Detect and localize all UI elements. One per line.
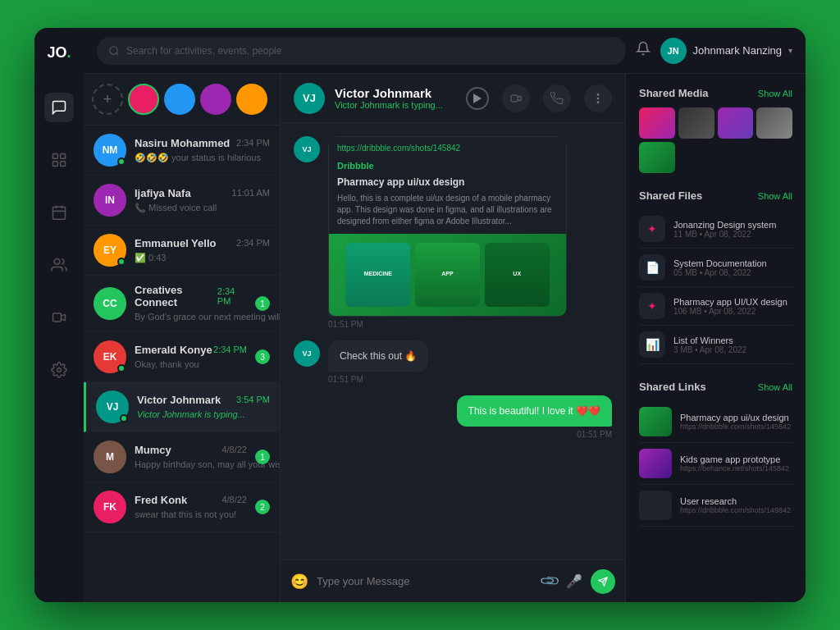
shared-links-show-all[interactable]: Show All (758, 382, 792, 392)
main-content: Search for activities, events, people JN… (84, 28, 806, 602)
chat-info-victor: Victor Johnmark 3:54 PM Victor Johnmark … (137, 394, 270, 421)
user-name-label: Johnmark Nanzing (693, 44, 782, 57)
svg-rect-0 (53, 154, 58, 159)
chat-info-fred: Fred Konk 4/8/22 swear that this is not … (135, 494, 247, 521)
shared-files-show-all[interactable]: Show All (758, 191, 792, 201)
notifications-button[interactable] (636, 41, 651, 60)
message-input[interactable] (317, 575, 533, 587)
shared-media-section: Shared Media Show All (639, 87, 792, 173)
media-thumb-1[interactable] (639, 107, 675, 139)
link-item-0[interactable]: Pharmacy app ui/ux design https://dribbb… (639, 401, 792, 443)
user-profile-button[interactable]: JN Johnmark Nanzing ▾ (660, 38, 792, 64)
file-info: Jonanzing Design system 11 MB • Apr 08, … (673, 220, 792, 239)
shared-files-title: Shared Files (639, 189, 702, 202)
play-button[interactable] (466, 87, 489, 110)
recent-avatar-3[interactable] (200, 84, 231, 115)
more-options-button[interactable] (584, 84, 612, 112)
file-info-3: List of Winners 3 MB • Apr 08, 2022 (673, 336, 792, 354)
file-item-2[interactable]: ✦ Pharmacy app UI/UX design 106 MB • Apr… (639, 287, 792, 326)
chat-preview: Victor Johnmark is typing... (137, 409, 245, 419)
message-2: VJ Check this out 🔥 01:51 PM (294, 340, 612, 384)
sidebar-item-video[interactable] (44, 303, 74, 332)
svg-rect-1 (61, 154, 66, 159)
sidebar-item-calendar[interactable] (44, 198, 74, 227)
search-icon (108, 45, 120, 57)
unread-badge: 1 (255, 296, 270, 311)
chat-item-ijafiya[interactable]: IN Ijafiya Nafa 11:01 AM 📞 Missed voice … (84, 176, 280, 226)
message-bubble-2: Check this out 🔥 (328, 340, 428, 372)
recent-avatar-4[interactable] (236, 84, 267, 115)
sidebar-item-layout[interactable] (44, 145, 74, 175)
file-item-1[interactable]: 📄 System Documentation 05 MB • Apr 08, 2… (639, 249, 792, 287)
voice-call-button[interactable] (543, 84, 571, 112)
chat-item-mumcy[interactable]: M Mumcy 4/8/22 Happy birthday son, may a… (84, 432, 280, 482)
sidebar-item-chat[interactable] (44, 93, 74, 122)
link-item-1[interactable]: Kids game app prototype https://behance.… (639, 443, 792, 485)
top-header: Search for activities, events, people JN… (84, 28, 806, 74)
chat-name: Emmanuel Yello (135, 237, 216, 249)
link-thumb-0 (639, 407, 672, 436)
chat-item-emerald[interactable]: EK Emerald Konye 2:34 PM Okay, thank you… (84, 332, 280, 382)
svg-rect-2 (53, 162, 58, 167)
unread-badge: 1 (255, 450, 270, 464)
message-input-bar: 😊 📎 🎤 (281, 559, 625, 602)
chat-info-creatives: Creatives Connect 2:34 PM By God's grace… (135, 284, 247, 323)
attach-button[interactable]: 📎 (538, 570, 561, 593)
svg-rect-9 (53, 313, 62, 322)
chat-info-mumcy: Mumcy 4/8/22 Happy birthday son, may all… (135, 444, 247, 471)
shared-files-header: Shared Files Show All (639, 189, 792, 202)
shared-media-show-all[interactable]: Show All (758, 89, 792, 98)
shared-links-section: Shared Links Show All Pharmacy app ui/ux… (639, 381, 792, 527)
shared-links-title: Shared Links (639, 381, 706, 393)
svg-point-14 (597, 94, 599, 95)
recent-avatar-2[interactable] (164, 84, 195, 115)
file-item-0[interactable]: ✦ Jonanzing Design system 11 MB • Apr 08… (639, 210, 792, 249)
media-thumb-5[interactable] (639, 142, 675, 173)
search-bar[interactable]: Search for activities, events, people (97, 37, 626, 65)
contact-status: Victor Johnmark is typing... (335, 100, 456, 110)
file-meta: 11 MB • Apr 08, 2022 (673, 230, 792, 239)
chat-item-creatives[interactable]: CC Creatives Connect 2:34 PM By God's gr… (84, 276, 280, 332)
svg-point-16 (597, 101, 599, 103)
sidebar-item-settings[interactable] (44, 355, 74, 385)
file-name-1: System Documentation (673, 258, 792, 268)
file-icon-figma: ✦ (639, 216, 665, 242)
chat-info-emerald: Emerald Konye 2:34 PM Okay, thank you (135, 344, 247, 371)
chat-actions (466, 84, 612, 112)
message-bubble-3: This is beautiful! I love it ❤️❤️ (457, 395, 612, 427)
chat-item-fred[interactable]: FK Fred Konk 4/8/22 swear that this is n… (84, 482, 280, 532)
chat-item-emmanuel[interactable]: EY Emmanuel Yello 2:34 PM ✅ 0:43 (84, 226, 280, 276)
chat-name: Victor Johnmark (137, 394, 221, 406)
message-bubble-wrap-2: Check this out 🔥 01:51 PM (328, 340, 428, 384)
sidebar-item-people[interactable] (44, 250, 74, 280)
chat-item-nasiru[interactable]: NM Nasiru Mohammed 2:34 PM 🤣🤣🤣 your stat… (84, 126, 280, 176)
chat-preview: 🤣🤣🤣 your status is hilarious (135, 153, 261, 162)
add-chat-button[interactable]: + (92, 84, 123, 115)
media-thumb-3[interactable] (718, 107, 754, 139)
link-title-0: Pharmacy app ui/ux design (680, 413, 792, 422)
chat-name: Creatives Connect (135, 284, 217, 308)
chat-avatar-emmanuel: EY (94, 234, 126, 267)
mic-button[interactable]: 🎤 (566, 573, 582, 589)
chat-item-victor[interactable]: VJ Victor Johnmark 3:54 PM Victor Johnma… (84, 382, 280, 432)
recent-avatar-1[interactable] (128, 84, 159, 115)
media-thumb-4[interactable] (756, 107, 792, 139)
chat-avatar-emerald: EK (94, 340, 126, 373)
media-thumb-2[interactable] (678, 107, 714, 139)
emoji-button[interactable]: 😊 (290, 573, 308, 591)
chat-name: Emerald Konye (135, 344, 212, 356)
link-item-2[interactable]: User research https://dribbble.com/shots… (639, 485, 792, 527)
online-indicator (120, 414, 128, 422)
video-call-button[interactable] (502, 84, 530, 112)
chat-preview: ✅ 0:43 (135, 253, 166, 262)
message-time-3: 01:51 PM (457, 430, 612, 439)
chat-avatar-nasiru: NM (94, 134, 126, 167)
chat-list-panel: + NM N (84, 74, 281, 602)
link-url-1: https://behance.net/shots/145842 (680, 464, 792, 472)
chat-list: NM Nasiru Mohammed 2:34 PM 🤣🤣🤣 your stat… (84, 126, 280, 602)
send-button[interactable] (591, 569, 615, 594)
search-placeholder: Search for activities, events, people (126, 45, 281, 57)
online-indicator (117, 258, 126, 266)
file-item-3[interactable]: 📊 List of Winners 3 MB • Apr 08, 2022 (639, 326, 792, 364)
chat-avatar-fred: FK (94, 491, 126, 523)
